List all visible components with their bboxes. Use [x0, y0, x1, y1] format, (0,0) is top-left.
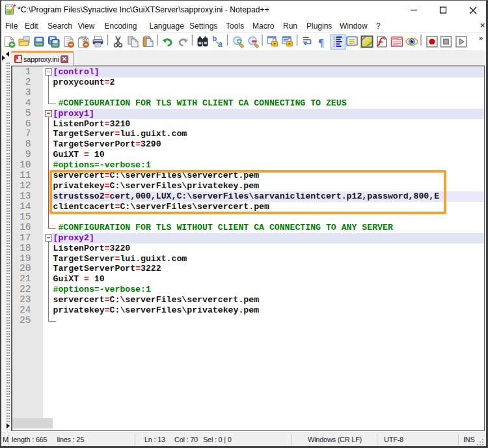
svg-text:a: a [218, 40, 223, 49]
svg-text:b: b [213, 35, 217, 42]
svg-text:¶: ¶ [318, 36, 324, 49]
svg-text:»: » [479, 34, 483, 42]
